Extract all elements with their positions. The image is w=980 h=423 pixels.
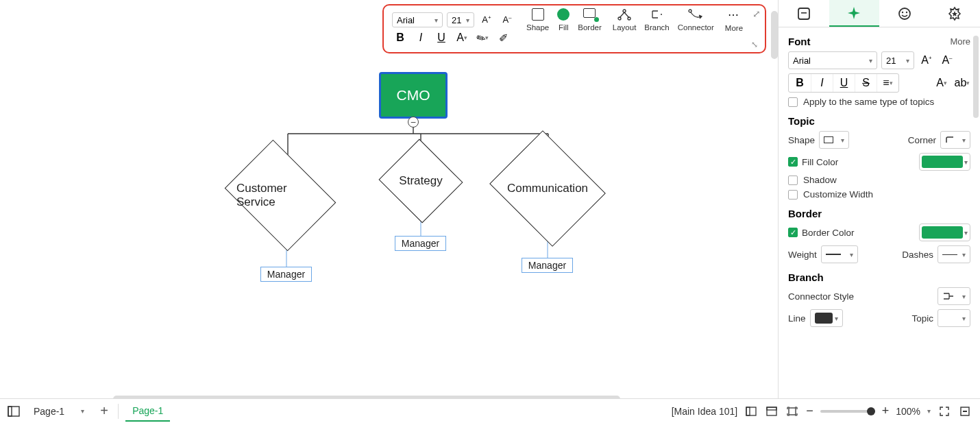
topic-corner-select[interactable]: ▾ (940, 131, 970, 149)
border-color-checkbox[interactable] (788, 228, 798, 237)
node-manager-2[interactable]: Manager (395, 236, 446, 251)
fill-group[interactable]: Fill (553, 8, 574, 49)
svg-rect-9 (8, 407, 19, 416)
svg-rect-15 (789, 408, 796, 415)
node-communication[interactable]: Communication (489, 130, 606, 247)
connector-icon (687, 8, 704, 21)
bold-button[interactable]: B (392, 30, 408, 45)
section-title-border: Border (788, 208, 822, 219)
font-family-select-panel[interactable]: Arial▾ (788, 51, 877, 69)
connector-group[interactable]: Connector (674, 8, 718, 49)
font-more-link[interactable]: More (950, 36, 970, 47)
fill-color-checkbox[interactable] (788, 157, 798, 167)
apply-same-checkbox[interactable] (788, 97, 798, 107)
text-case-button[interactable]: ab▾ (954, 75, 970, 91)
font-family-value: Arial (793, 56, 811, 66)
italic-button-panel[interactable]: I (811, 74, 833, 92)
fit-page-icon[interactable] (785, 404, 799, 418)
corner-icon (945, 136, 955, 144)
panel-tab-style[interactable] (829, 0, 880, 27)
svg-point-3 (689, 10, 691, 12)
panel-scrollbar[interactable] (973, 36, 979, 118)
node-customer-service[interactable]: Customer Service (225, 140, 336, 252)
shape-label: Shape (526, 23, 549, 32)
highlight-button[interactable]: ✎▾ (474, 30, 491, 45)
dashes-label: Dashes (902, 250, 933, 260)
zoom-in-button[interactable]: + (882, 404, 890, 418)
panel-tab-favorite[interactable] (930, 0, 981, 27)
zoom-out-button[interactable]: − (806, 404, 813, 418)
line-color-select[interactable]: ▾ (810, 309, 843, 327)
underline-button-panel[interactable]: U (833, 74, 855, 92)
shape-label: Shape (788, 135, 815, 145)
branch-group[interactable]: Branch (640, 8, 673, 49)
page-dropdown[interactable]: Page-1 ▾ (27, 402, 90, 420)
font-family-select[interactable]: Arial▾ (392, 12, 443, 27)
panel-tab-page[interactable] (779, 0, 829, 27)
border-dashes-select[interactable]: ▾ (938, 245, 970, 263)
font-grow-icon[interactable]: A+ (478, 12, 495, 27)
node-label: Strategy (391, 153, 451, 209)
more-icon: ⋯ (728, 8, 740, 21)
zoom-value[interactable]: 100% (896, 406, 920, 417)
collapse-handle[interactable]: – (408, 117, 419, 128)
node-manager-1[interactable]: Manager (260, 267, 312, 282)
vertical-scrollbar[interactable] (771, 11, 778, 59)
more-group[interactable]: ⋯ More (721, 8, 747, 49)
font-color-button[interactable]: A▾ (454, 30, 470, 45)
shape-group[interactable]: Shape (522, 8, 553, 49)
branch-topic-select[interactable]: ▾ (938, 309, 970, 327)
node-label: Manager (528, 260, 566, 271)
section-title-branch: Branch (788, 271, 824, 283)
connector-style-icon (942, 292, 955, 300)
topic-shape-select[interactable]: ▾ (819, 131, 849, 149)
page-tab-1[interactable]: Page-1 (125, 401, 170, 422)
shadow-checkbox[interactable] (788, 176, 798, 185)
branch-topic-label: Topic (911, 313, 933, 324)
customize-width-checkbox[interactable] (788, 190, 798, 200)
page-tab-label: Page-1 (132, 405, 163, 416)
italic-button[interactable]: I (413, 30, 429, 45)
border-weight-select[interactable]: ▾ (821, 245, 858, 263)
font-shrink-icon[interactable]: A– (499, 12, 515, 27)
font-size-select[interactable]: 21▾ (447, 12, 474, 27)
font-grow-button[interactable]: A+ (918, 52, 935, 69)
layout-group[interactable]: Layout (609, 8, 641, 49)
border-group[interactable]: Border (574, 8, 606, 49)
svg-point-1 (618, 17, 621, 20)
underline-button[interactable]: U (433, 30, 450, 45)
canvas[interactable]: CMO – Customer Service Strategy Communic… (0, 0, 778, 423)
expand-toolbar-icon[interactable]: ⤡ (751, 40, 758, 49)
node-strategy[interactable]: Strategy (378, 138, 463, 223)
chevron-down-icon: ▾ (466, 16, 469, 24)
border-swatch (922, 226, 963, 239)
strike-button-panel[interactable]: S (855, 74, 877, 92)
clear-format-button[interactable]: ✐ (495, 30, 511, 45)
font-shrink-button[interactable]: A– (939, 52, 955, 69)
view-mode-1-icon[interactable] (744, 404, 758, 418)
view-mode-2-icon[interactable] (765, 404, 779, 418)
align-button-panel[interactable]: ≡▾ (877, 74, 898, 92)
minimize-panel-icon[interactable] (958, 404, 972, 418)
connector-style-select[interactable]: ▾ (938, 287, 970, 305)
border-color-picker[interactable]: ▾ (919, 223, 970, 241)
add-page-button[interactable]: + (97, 404, 111, 418)
fill-color-picker[interactable]: ▾ (919, 153, 970, 171)
shadow-label: Shadow (803, 175, 837, 185)
font-color-button-panel[interactable]: A▾ (933, 75, 950, 91)
font-size-value: 21 (452, 15, 461, 25)
svg-rect-11 (746, 407, 756, 415)
node-label: Manager (267, 269, 305, 280)
node-manager-3[interactable]: Manager (522, 258, 573, 273)
fullscreen-icon[interactable] (938, 404, 951, 418)
pin-icon[interactable]: ⤢ (752, 8, 761, 19)
panel-tab-emoji[interactable] (879, 0, 930, 27)
svg-rect-10 (8, 407, 12, 416)
font-size-select-panel[interactable]: 21▾ (881, 51, 914, 69)
node-root[interactable]: CMO (379, 72, 448, 119)
bold-button-panel[interactable]: B (789, 74, 811, 92)
chevron-down-icon: ▾ (927, 407, 931, 415)
outline-toggle-icon[interactable] (7, 404, 21, 418)
zoom-slider[interactable] (820, 410, 875, 413)
fill-color-label: Fill Color (802, 157, 838, 167)
